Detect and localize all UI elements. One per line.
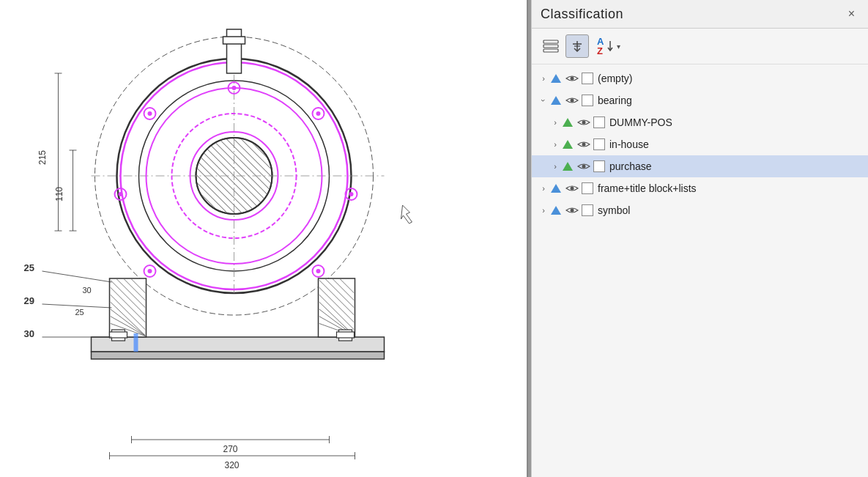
svg-point-117 [571,187,574,191]
layer-icon-symbol [549,205,563,215]
layer-icon-frame [549,183,563,193]
svg-text:215: 215 [37,150,48,165]
item-label-dummy-pos: DUMMY-POS [609,117,862,128]
eye-icon-dummy-pos[interactable] [576,117,591,127]
item-label-in-house: in-house [609,138,862,150]
svg-point-57 [148,111,152,116]
svg-text:110: 110 [54,187,64,201]
eye-svg-purchase [577,162,590,171]
eye-icon-empty[interactable] [565,73,579,84]
svg-rect-86 [319,278,355,337]
triangle-blue-bearing-icon [551,96,561,105]
sort-button[interactable] [565,34,589,58]
svg-text:25: 25 [24,262,34,273]
checkbox-bearing[interactable] [582,95,593,106]
triangle-blue-frame-icon [551,184,561,193]
triangle-green-inhouse-icon [563,140,573,149]
checkbox-in-house[interactable] [593,138,605,150]
eye-icon-purchase[interactable] [576,161,591,171]
item-label-symbol: symbol [598,204,862,216]
eye-svg-symbol [565,206,579,215]
svg-rect-0 [4,0,524,477]
eye-svg-frame [565,184,579,193]
panel-toolbar: A Z ▾ [532,29,868,64]
svg-rect-107 [544,49,558,52]
svg-rect-85 [110,332,127,338]
triangle-blue-icon [551,74,561,83]
eye-icon-in-house[interactable] [576,139,591,149]
tree-item-frame-title[interactable]: › frame+title block+lists [532,177,868,199]
tree-item-purchase[interactable]: › purchase [532,155,868,177]
tree-item-symbol[interactable]: › symbol [532,199,868,221]
item-label-bearing: bearing [598,95,862,106]
eye-icon-symbol[interactable] [565,205,579,215]
layer-icon-bearing [549,95,563,106]
layer-icon-purchase [561,161,574,171]
item-label-purchase: purchase [609,160,862,172]
az-sort-arrow-icon [607,40,614,52]
svg-point-112 [571,77,574,81]
cad-svg: 215 110 25 29 30 30 25 270 320 [0,0,527,477]
layers-button[interactable] [539,34,563,58]
svg-point-55 [232,86,237,90]
svg-point-59 [119,192,123,196]
layers-icon [543,40,559,53]
svg-point-113 [571,99,574,103]
expand-arrow-in-house: › [549,140,561,149]
svg-text:270: 270 [223,444,237,454]
expand-arrow-frame: › [538,184,549,193]
az-dropdown-arrow: ▾ [617,42,620,51]
svg-text:320: 320 [224,460,239,470]
layer-icon-empty [549,73,563,84]
svg-rect-106 [544,45,558,48]
tree-item-bearing[interactable]: › bearing [532,89,868,111]
eye-svg-dummy [577,118,590,127]
panel-title: Classification [541,7,623,22]
svg-point-118 [571,209,574,212]
expand-arrow-symbol: › [538,206,549,215]
tree-item-empty[interactable]: › (empty) [532,67,868,89]
layer-icon-dummy-pos [561,117,574,127]
svg-point-63 [316,111,321,116]
sort-icon [571,40,584,53]
expand-arrow-empty: › [538,74,549,83]
eye-svg-bearing [565,96,579,105]
item-label-empty: (empty) [598,73,862,84]
svg-rect-68 [227,29,242,73]
svg-rect-69 [223,37,245,44]
expand-arrow-purchase: › [549,162,561,171]
expand-arrow-bearing: › [539,95,548,106]
eye-icon-bearing[interactable] [565,95,579,106]
svg-rect-105 [544,40,558,43]
svg-text:29: 29 [24,295,34,306]
triangle-blue-symbol-icon [551,206,561,215]
drawing-area: 215 110 25 29 30 30 25 270 320 [0,0,528,477]
checkbox-symbol[interactable] [582,204,593,216]
checkbox-purchase[interactable] [593,160,605,172]
eye-icon-frame[interactable] [565,183,579,193]
svg-point-114 [582,121,586,125]
checkbox-empty[interactable] [582,73,593,84]
svg-point-65 [349,192,354,196]
tree-container: › (empty) › [532,64,868,477]
svg-rect-71 [92,352,385,359]
az-sort-button[interactable]: A Z ▾ [592,33,626,59]
checkbox-dummy-pos[interactable] [593,117,605,128]
tree-item-in-house[interactable]: › in-house [532,133,868,155]
item-label-frame: frame+title block+lists [598,182,862,194]
expand-arrow-dummy-pos: › [549,118,561,127]
checkbox-frame[interactable] [582,182,593,194]
svg-text:25: 25 [75,308,84,317]
classification-panel: Classification × A [531,0,868,477]
svg-rect-99 [337,332,355,338]
svg-point-67 [316,269,321,273]
svg-text:30: 30 [24,328,34,339]
tree-item-dummy-pos[interactable]: › DUMMY-POS [532,111,868,133]
eye-svg-inhouse [577,140,590,149]
triangle-green-dummy-icon [563,118,573,127]
eye-svg-empty [565,74,579,83]
panel-header: Classification × [532,0,868,29]
svg-point-116 [582,165,586,169]
close-button[interactable]: × [844,6,859,22]
svg-text:30: 30 [83,286,92,295]
